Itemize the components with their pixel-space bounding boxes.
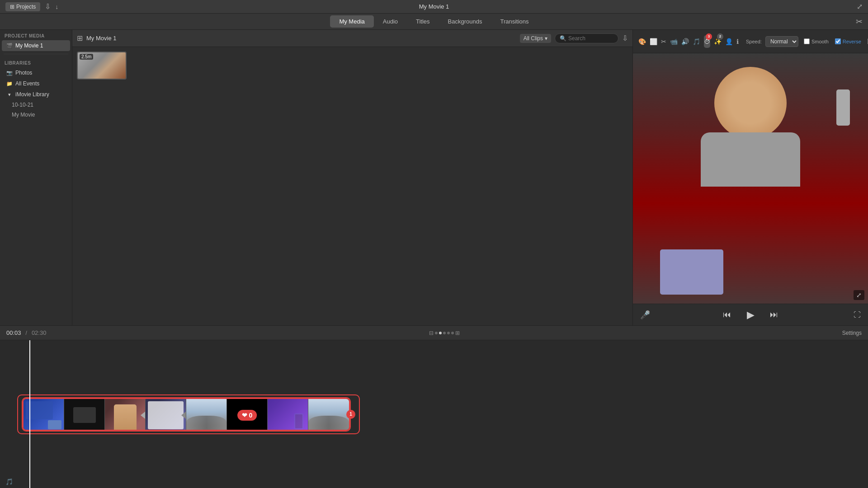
skip-forward-button[interactable]: ⏭ bbox=[767, 308, 781, 322]
mic-button[interactable]: 🎤 bbox=[640, 310, 650, 320]
person-tool-btn[interactable]: 👤 bbox=[725, 35, 733, 48]
tab-audio[interactable]: Audio bbox=[374, 15, 407, 28]
projects-button[interactable]: ⊞ Projects bbox=[5, 2, 40, 11]
projects-label: Projects bbox=[16, 4, 36, 10]
speed-options: Smooth Reverse Preserve Pitch bbox=[804, 36, 868, 47]
speed-badge: 3 bbox=[706, 33, 712, 40]
playhead bbox=[29, 340, 30, 488]
events-icon: 📁 bbox=[6, 80, 13, 87]
zoom-dot-4 bbox=[447, 332, 450, 334]
play-button[interactable]: ▶ bbox=[743, 308, 758, 322]
main-area: PROJECT MEDIA 🎬 My Movie 1 LIBRARIES 📷 P… bbox=[0, 30, 868, 325]
zoom-dot-2 bbox=[439, 332, 442, 334]
strip-frame-8 bbox=[308, 399, 349, 431]
timeline-settings-button[interactable]: Settings bbox=[842, 330, 862, 336]
sidebar-photos-label: Photos bbox=[15, 70, 32, 76]
zoom-controls: ⊟ ⊞ bbox=[429, 330, 460, 336]
strip-frame-2 bbox=[64, 399, 105, 431]
preview-laptop bbox=[660, 249, 723, 295]
scissors-icon[interactable]: ✂ bbox=[856, 17, 863, 27]
zoom-icon: ⊟ bbox=[429, 330, 434, 336]
sidebar-item-imovie-library[interactable]: ▾ iMovie Library bbox=[2, 89, 70, 100]
clip-filter-dropdown[interactable]: All Clips ▾ bbox=[520, 34, 551, 43]
media-browser: ⊞ My Movie 1 All Clips ▾ 🔍 ⇩ 2.5m bbox=[72, 30, 633, 325]
reverse-checkbox[interactable] bbox=[835, 38, 841, 44]
import-icon[interactable]: ⇩ bbox=[45, 2, 51, 11]
window-control-icon[interactable]: ⤢ bbox=[857, 2, 863, 11]
down-arrow-icon[interactable]: ↓ bbox=[55, 3, 58, 10]
audio-tool-btn[interactable]: 🔊 bbox=[681, 35, 689, 48]
speed-tool-btn[interactable]: ⏱ 3 bbox=[704, 35, 710, 48]
timecode-total: 02:30 bbox=[32, 329, 47, 336]
nav-tabs: My Media Audio Titles Backgrounds Transi… bbox=[0, 14, 868, 30]
timeline-tracks: ❤ 0 1 🎵 bbox=[0, 340, 868, 488]
timecode-current: 00:03 bbox=[6, 329, 21, 336]
reverse-checkbox-label[interactable]: Reverse bbox=[835, 38, 861, 44]
sidebar-sub-10-10-21[interactable]: 10-10-21 bbox=[0, 100, 72, 110]
sidebar-library-label: iMovie Library bbox=[15, 91, 49, 98]
tab-titles[interactable]: Titles bbox=[407, 15, 439, 28]
speed-label: Speed: bbox=[746, 39, 762, 44]
expand-button[interactable]: ⤢ bbox=[854, 290, 864, 300]
heart-icon: ❤ bbox=[242, 412, 247, 419]
volume-tool-btn[interactable]: 🎵 bbox=[693, 35, 700, 48]
nav-right-icons: ✂ bbox=[856, 17, 863, 27]
skip-back-button[interactable]: ⏮ bbox=[720, 308, 734, 322]
zoom-plus-icon: ⊞ bbox=[455, 330, 460, 336]
magic-tool-btn[interactable]: ✨ 2 bbox=[714, 35, 722, 48]
timeline-header: 00:03 / 02:30 ⊟ ⊞ Settings bbox=[0, 326, 868, 340]
photos-icon: 📷 bbox=[6, 70, 13, 76]
smooth-checkbox-label[interactable]: Smooth bbox=[804, 38, 829, 44]
libraries-header: LIBRARIES bbox=[0, 57, 72, 67]
strip-frame-7 bbox=[268, 399, 308, 431]
color-tool-btn[interactable]: 🎨 bbox=[638, 35, 646, 48]
frame-slides-decoration bbox=[148, 401, 184, 429]
zoom-dot-1 bbox=[435, 332, 438, 334]
layout-icon[interactable]: ⊞ bbox=[77, 34, 83, 42]
info-tool-btn[interactable]: ℹ bbox=[736, 35, 739, 48]
video-tools-top: 🎨 ⬜ ✂ 📹 🔊 🎵 ⏱ 3 ✨ 2 👤 ℹ Speed: Normal bbox=[633, 30, 868, 53]
timeline-area: 00:03 / 02:30 ⊟ ⊞ Settings bbox=[0, 325, 868, 488]
preview-person-head bbox=[714, 67, 787, 139]
preview-microphone bbox=[836, 89, 850, 126]
search-input[interactable] bbox=[568, 35, 613, 42]
smooth-label: Smooth bbox=[811, 39, 829, 44]
top-bar-right: ⤢ bbox=[857, 2, 863, 11]
fullscreen-button[interactable]: ⛶ bbox=[854, 311, 861, 319]
settings-label: Settings bbox=[842, 330, 862, 336]
search-icon: 🔍 bbox=[560, 35, 566, 42]
camera-tool-btn[interactable]: 📹 bbox=[670, 35, 678, 48]
strip-frame-5 bbox=[186, 399, 227, 431]
timecode-separator: / bbox=[26, 330, 27, 336]
sidebar: PROJECT MEDIA 🎬 My Movie 1 LIBRARIES 📷 P… bbox=[0, 30, 72, 325]
speed-select[interactable]: Normal bbox=[765, 36, 798, 47]
sidebar-item-my-movie-1[interactable]: 🎬 My Movie 1 bbox=[2, 40, 70, 51]
sidebar-item-all-events[interactable]: 📁 All Events bbox=[2, 78, 70, 89]
video-preview: 🎨 ⬜ ✂ 📹 🔊 🎵 ⏱ 3 ✨ 2 👤 ℹ Speed: Normal bbox=[633, 30, 868, 325]
tab-my-media[interactable]: My Media bbox=[330, 15, 373, 28]
top-bar: ⊞ Projects ⇩ ↓ My Movie 1 ⤢ bbox=[0, 0, 868, 14]
video-clip-strip[interactable]: ❤ 0 bbox=[23, 398, 350, 431]
media-browser-header: ⊞ My Movie 1 All Clips ▾ 🔍 ⇩ bbox=[72, 30, 632, 47]
grid-icon: ⊞ bbox=[10, 4, 14, 10]
tab-transitions[interactable]: Transitions bbox=[491, 15, 538, 28]
media-browser-title: My Movie 1 bbox=[86, 35, 516, 42]
smooth-checkbox[interactable] bbox=[804, 38, 810, 44]
sidebar-divider bbox=[4, 54, 68, 54]
trim-tool-btn[interactable]: ✂ bbox=[661, 35, 666, 48]
frame-laptop-decoration bbox=[48, 420, 61, 429]
crop-tool-btn[interactable]: ⬜ bbox=[650, 35, 657, 48]
heart-badge: ❤ 0 bbox=[237, 410, 257, 421]
clip-thumbnail[interactable]: 2.5m bbox=[77, 52, 127, 80]
frame-person-decoration bbox=[114, 404, 137, 431]
video-strip-container[interactable]: ❤ 0 1 bbox=[23, 398, 350, 431]
clip-filter-label: All Clips bbox=[524, 35, 543, 42]
import-media-icon[interactable]: ⇩ bbox=[622, 34, 628, 42]
media-content: 2.5m bbox=[72, 47, 632, 325]
search-box: 🔍 bbox=[555, 33, 618, 43]
tab-backgrounds[interactable]: Backgrounds bbox=[439, 15, 491, 28]
sidebar-sub-my-movie[interactable]: My Movie bbox=[0, 110, 72, 120]
top-bar-left: ⊞ Projects ⇩ ↓ bbox=[5, 2, 58, 11]
sidebar-item-photos[interactable]: 📷 Photos bbox=[2, 67, 70, 78]
heart-count: 0 bbox=[249, 412, 253, 419]
